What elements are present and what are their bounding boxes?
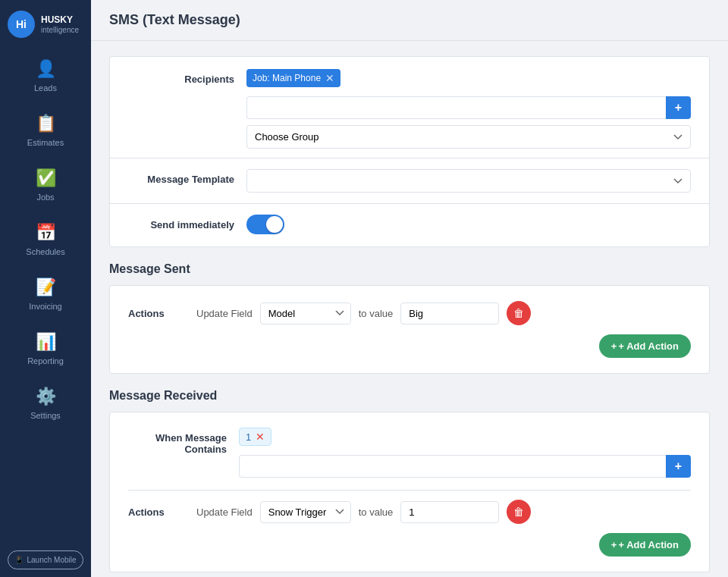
message-received-section: Message Received When Message Contains 1… bbox=[109, 389, 710, 577]
add-contains-button[interactable]: + bbox=[666, 455, 691, 478]
sidebar-item-label: Reporting bbox=[27, 356, 64, 365]
divider3 bbox=[128, 490, 691, 491]
page-header: SMS (Text Message) bbox=[91, 0, 728, 41]
sidebar-item-schedules[interactable]: 📅 Schedules bbox=[0, 212, 91, 267]
estimates-icon: 📋 bbox=[36, 114, 56, 133]
received-add-action-container: + + Add Action bbox=[128, 524, 691, 557]
reporting-icon: 📊 bbox=[36, 332, 56, 352]
recipient-tag-remove[interactable]: ✕ bbox=[325, 72, 334, 84]
add-action-container: + + Add Action bbox=[128, 325, 691, 358]
send-immediately-toggle[interactable] bbox=[246, 215, 284, 234]
leads-icon: 👤 bbox=[36, 59, 56, 79]
message-received-delete-button[interactable]: 🗑 bbox=[507, 500, 531, 524]
schedules-icon: 📅 bbox=[36, 223, 56, 243]
recipient-input-row: + bbox=[246, 96, 691, 119]
actions-label: Actions bbox=[128, 308, 189, 319]
message-sent-delete-button[interactable]: 🗑 bbox=[507, 301, 531, 325]
recipient-tag: Job: Main Phone ✕ bbox=[246, 69, 340, 87]
when-message-input[interactable] bbox=[239, 455, 666, 478]
when-message-tag: 1 ✕ bbox=[239, 428, 271, 446]
sidebar-item-invoicing[interactable]: 📝 Invoicing bbox=[0, 267, 91, 321]
message-sent-value-input[interactable] bbox=[400, 303, 499, 325]
sidebar-item-label: Settings bbox=[30, 411, 61, 420]
recipients-label: Recipients bbox=[128, 69, 234, 85]
message-sent-actions-row: Actions Update Field Model Snow Trigger … bbox=[128, 301, 691, 325]
sidebar-item-label: Leads bbox=[34, 83, 57, 93]
tag-container: Job: Main Phone ✕ bbox=[246, 69, 691, 87]
mobile-icon: 📱 bbox=[14, 556, 24, 564]
when-message-tag-text: 1 bbox=[246, 431, 251, 443]
message-sent-section: Message Sent Actions Update Field Model … bbox=[109, 262, 710, 374]
message-received-heading: Message Received bbox=[109, 389, 710, 403]
main-content: SMS (Text Message) Recipients Job: Main … bbox=[91, 0, 728, 577]
launch-mobile-button[interactable]: 📱 Launch Mobile bbox=[8, 550, 83, 569]
plus-icon: + bbox=[611, 340, 617, 352]
received-actions-label: Actions bbox=[128, 506, 189, 518]
sidebar-item-estimates[interactable]: 📋 Estimates bbox=[0, 103, 91, 158]
divider2 bbox=[110, 203, 709, 204]
recipient-input[interactable] bbox=[246, 96, 666, 119]
sidebar-item-label: Schedules bbox=[26, 247, 64, 256]
recipients-controls: Job: Main Phone ✕ + Choose Group bbox=[246, 69, 691, 149]
message-sent-heading: Message Sent bbox=[109, 262, 710, 276]
recipients-row: Recipients Job: Main Phone ✕ + Choose Gr… bbox=[110, 57, 709, 155]
logo-sub: intelligence bbox=[41, 26, 79, 34]
when-message-controls: 1 ✕ + bbox=[239, 428, 691, 478]
sidebar-item-jobs[interactable]: ✅ Jobs bbox=[0, 158, 91, 212]
toggle-controls bbox=[246, 215, 691, 234]
page-title: SMS (Text Message) bbox=[109, 12, 240, 27]
message-received-actions-row: Actions Update Field Snow Trigger Model … bbox=[128, 500, 691, 524]
choose-group-select[interactable]: Choose Group bbox=[246, 125, 691, 149]
toggle-container bbox=[246, 215, 691, 234]
send-immediately-row: Send immediately bbox=[110, 207, 709, 246]
when-message-tag-container: 1 ✕ bbox=[239, 428, 691, 446]
toggle-thumb bbox=[266, 216, 283, 233]
when-message-tag-remove[interactable]: ✕ bbox=[256, 431, 265, 443]
sidebar-item-settings[interactable]: ⚙️ Settings bbox=[0, 376, 91, 431]
message-received-card: When Message Contains 1 ✕ + bbox=[109, 412, 710, 572]
message-sent-add-action-button[interactable]: + + Add Action bbox=[599, 334, 691, 358]
update-field-label: Update Field bbox=[196, 308, 253, 319]
message-template-controls bbox=[246, 169, 691, 193]
sidebar-item-label: Jobs bbox=[36, 193, 54, 202]
add-recipient-button[interactable]: + bbox=[666, 96, 691, 119]
message-template-row: Message Template bbox=[110, 161, 709, 200]
logo-circle: Hi bbox=[8, 11, 35, 38]
send-immediately-label: Send immediately bbox=[128, 215, 234, 230]
settings-icon: ⚙️ bbox=[36, 387, 56, 406]
sidebar: Hi HUSKY intelligence 👤 Leads 📋 Estimate… bbox=[0, 0, 91, 577]
sidebar-item-label: Estimates bbox=[27, 138, 64, 147]
to-value-label: to value bbox=[359, 308, 394, 319]
sidebar-item-label: Invoicing bbox=[29, 302, 61, 311]
message-template-label: Message Template bbox=[128, 169, 234, 185]
message-received-value-input[interactable] bbox=[400, 501, 499, 523]
message-sent-card: Actions Update Field Model Snow Trigger … bbox=[109, 285, 710, 374]
sidebar-bottom: 📱 Launch Mobile bbox=[0, 543, 91, 577]
jobs-icon: ✅ bbox=[36, 168, 56, 188]
message-received-add-action-button[interactable]: + + Add Action bbox=[599, 533, 691, 557]
when-message-row: When Message Contains 1 ✕ + bbox=[128, 428, 691, 478]
sidebar-item-reporting[interactable]: 📊 Reporting bbox=[0, 321, 91, 376]
sidebar-item-leads[interactable]: 👤 Leads bbox=[0, 49, 91, 103]
plus-icon2: + bbox=[611, 539, 617, 550]
when-message-contains-label: When Message Contains bbox=[128, 428, 227, 455]
recipient-tag-text: Job: Main Phone bbox=[253, 73, 321, 83]
received-to-value-label: to value bbox=[359, 506, 394, 518]
sms-form-section: Recipients Job: Main Phone ✕ + Choose Gr… bbox=[109, 56, 710, 247]
message-template-select[interactable] bbox=[246, 169, 691, 193]
received-update-field-label: Update Field bbox=[196, 506, 253, 518]
invoicing-icon: 📝 bbox=[36, 278, 56, 297]
logo: Hi HUSKY intelligence bbox=[0, 0, 91, 49]
logo-name: HUSKY bbox=[41, 14, 79, 25]
message-sent-field-select[interactable]: Model Snow Trigger Status bbox=[260, 303, 351, 325]
message-received-field-select[interactable]: Snow Trigger Model Status bbox=[260, 501, 351, 523]
divider bbox=[110, 158, 709, 158]
content-area: Recipients Job: Main Phone ✕ + Choose Gr… bbox=[91, 41, 728, 577]
when-message-input-row: + bbox=[239, 455, 691, 478]
